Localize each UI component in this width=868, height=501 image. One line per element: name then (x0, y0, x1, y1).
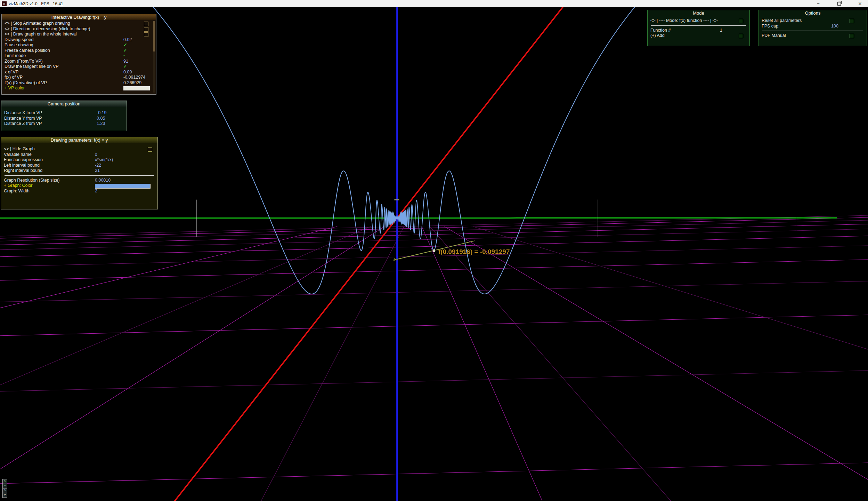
panel-camera-title: Camera position (1, 101, 127, 107)
hide-graph-button[interactable]: <> | Hide Graph (1, 146, 157, 152)
camera-distance-x-field[interactable]: Distance X from VP -0.19 (1, 110, 127, 116)
fx-of-vp-value: f(x) of VP -0.0912974 (2, 75, 156, 80)
checkmark-icon: ✓ (123, 48, 127, 54)
drawing-speed-field[interactable]: Drawing speed 0.02 (2, 37, 156, 43)
checkbox-icon[interactable] (850, 19, 854, 23)
derivative-of-vp-value: f'(x) (Derivative) of VP 0.266929 (2, 80, 156, 86)
panel-camera-position: Camera position Distance X from VP -0.19… (1, 101, 127, 131)
window-title: vizMath3D v1.0 - FPS : 16.41 (9, 1, 63, 6)
vp-color-row[interactable]: + VP color (2, 86, 156, 91)
collapse-panel-button-2[interactable]: ^ (2, 484, 7, 488)
collapse-panel-button-3[interactable]: ^ (2, 488, 7, 493)
checkbox-icon[interactable] (144, 32, 148, 37)
close-button[interactable]: ✕ (855, 0, 865, 7)
function-number-field[interactable]: Function # 1 (648, 28, 749, 33)
vp-annotation: f(0.091916) = -0.091297 (438, 248, 510, 256)
titlebar: ∞ vizMath3D v1.0 - FPS : 16.41 − ✕ (0, 0, 868, 7)
pause-drawing-toggle[interactable]: Pause drawing ✓ (2, 42, 156, 48)
x-of-vp-field[interactable]: x of VP 0.09 (2, 70, 156, 75)
graph-color-swatch[interactable] (95, 184, 151, 189)
panel-interactive-drawing: Interactive Drawing: f(x) = y <> | Stop … (1, 14, 156, 95)
restore-button[interactable] (834, 0, 844, 7)
divider (5, 175, 154, 176)
tangent-line-toggle[interactable]: Draw the tangent line on VP ✓ (2, 64, 156, 70)
fps-cap-field[interactable]: FPS cap: 100 (759, 24, 867, 29)
panel-drawing-parameters: Drawing parameters: f(x) = y <> | Hide G… (1, 137, 158, 209)
limit-mode-toggle[interactable]: Limit mode - (2, 53, 156, 59)
minimize-button[interactable]: − (813, 0, 824, 7)
function-expression-field[interactable]: Function expression x*sin(1/x) (1, 157, 157, 163)
collapse-panel-button-1[interactable]: ^ (2, 479, 7, 484)
graph-width-field[interactable]: Graph: Width 2 (1, 189, 157, 194)
vp-color-swatch[interactable] (123, 86, 150, 90)
panel-options: Options Reset all parameters FPS cap: 10… (759, 10, 867, 46)
panel-scrollbar[interactable] (153, 21, 155, 93)
reset-all-parameters-button[interactable]: Reset all parameters (759, 18, 867, 24)
right-interval-bound-field[interactable]: Right interval bound 21 (1, 168, 157, 174)
panel-options-title: Options (759, 10, 867, 16)
panel-mode: Mode <> | ---- Mode: f(x) function ---- … (647, 10, 750, 46)
help-button[interactable]: ? (2, 493, 7, 498)
restore-icon (837, 2, 841, 6)
checkmark-icon: ✓ (123, 42, 127, 48)
checkmark-icon: ✓ (123, 64, 127, 70)
freeze-camera-toggle[interactable]: Freeze camera position ✓ (2, 48, 156, 54)
checkbox-icon[interactable] (144, 27, 148, 32)
scrollbar-thumb[interactable] (153, 21, 155, 51)
app-window: f(0.091916) = -0.091297 0 ∞ vizMath3D v1… (0, 0, 868, 501)
draw-whole-interval-button[interactable]: <> | Draw graph on the whole interval (2, 32, 156, 37)
zoom-vp-field[interactable]: Zoom (From/To VP) 91 (2, 59, 156, 64)
divider (651, 25, 746, 26)
checkbox-icon[interactable] (739, 19, 743, 23)
graph-color-row[interactable]: + Graph: Color (1, 183, 157, 189)
panel-params-title: Drawing parameters: f(x) = y (1, 137, 157, 143)
direction-toggle-button[interactable]: <> | Direction: x decreasing (click to c… (2, 26, 156, 32)
variable-name-field[interactable]: Variable name x (1, 152, 157, 158)
app-icon: ∞ (2, 1, 7, 6)
pdf-manual-button[interactable]: PDF Manual (759, 33, 867, 39)
graph-resolution-field[interactable]: Graph Resolution (Step size) 0.00010 (1, 178, 157, 183)
add-function-button[interactable]: (+) Add (648, 33, 749, 39)
checkbox-icon[interactable] (850, 34, 854, 38)
panel-interactive-title: Interactive Drawing: f(x) = y (2, 14, 156, 20)
stop-animated-drawing-button[interactable]: <> | Stop Animated graph drawing (2, 21, 156, 26)
checkbox-icon[interactable] (148, 147, 152, 152)
left-interval-bound-field[interactable]: Left interval bound -22 (1, 163, 157, 168)
mode-switch-button[interactable]: <> | ---- Mode: f(x) function ---- | <> (648, 18, 749, 24)
camera-distance-y-field[interactable]: Distance Y from VP 0.05 (1, 116, 127, 121)
checkbox-icon[interactable] (144, 22, 148, 26)
origin-axis-label: 0 (394, 256, 397, 262)
divider (762, 31, 863, 31)
checkbox-icon[interactable] (739, 34, 743, 38)
camera-distance-z-field[interactable]: Distance Z from VP 1.23 (1, 121, 127, 127)
panel-mode-title: Mode (648, 10, 749, 16)
